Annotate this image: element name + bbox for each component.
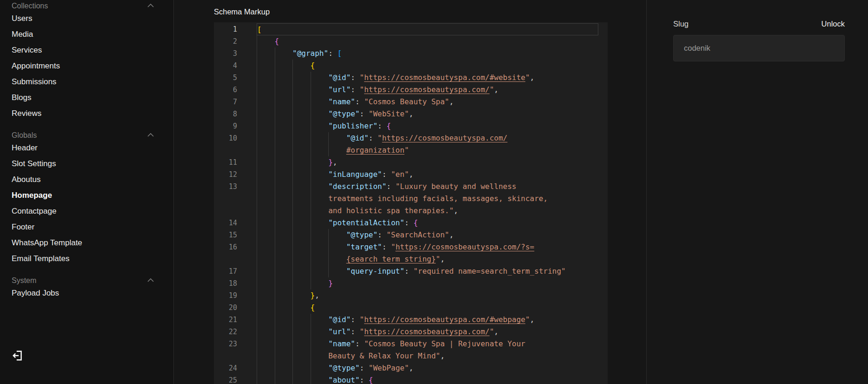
sidebar-group-label: Collections [12,2,48,10]
code-line: "name": "Cosmos Beauty Spa", [257,96,598,108]
code-row: 17"query-input": "required name=search_t… [214,265,608,277]
line-number: 6 [214,84,257,96]
sidebar-item-media[interactable]: Media [12,27,173,42]
line-number: 14 [214,217,257,229]
sidebar-item-payload-jobs[interactable]: Payload Jobs [12,285,173,301]
line-number: 4 [214,60,257,72]
sidebar-item-reviews[interactable]: Reviews [12,106,173,121]
code-line: "potentialAction": { [257,217,598,229]
code-line: "inLanguage": "en", [257,168,598,181]
sidebar-item-blogs[interactable]: Blogs [12,90,173,106]
line-number: 22 [214,326,257,338]
line-number: 15 [214,229,257,241]
code-line: }, [257,156,598,168]
sidebar-item-slot-settings[interactable]: Slot Settings [12,156,173,172]
line-number: 11 [214,156,257,168]
code-row: Beauty & Relax Your Mind", [214,350,608,362]
code-line: "about": { [257,374,598,384]
code-line: "@type": "WebSite", [257,108,598,120]
code-line: [ [257,23,598,35]
line-number: 8 [214,108,257,120]
code-line: "name": "Cosmos Beauty Spa | Rejuvenate … [257,338,598,350]
line-number: 2 [214,35,257,47]
code-line: "query-input": "required name=search_ter… [257,265,598,277]
field-label-schema-markup: Schema Markup [214,7,270,16]
line-number: 13 [214,181,257,193]
logout-button[interactable] [12,350,24,362]
line-number: 7 [214,96,257,108]
code-row: #organization" [214,144,608,156]
code-row: 24"@type": "WebPage", [214,362,608,374]
sidebar-group-header-globals[interactable]: Globals [12,131,162,140]
code-line: and holistic spa therapies.", [257,205,598,217]
code-row: 16"target": "https://cosmosbeautyspa.com… [214,241,608,253]
sidebar-item-email-templates[interactable]: Email Templates [12,251,173,267]
line-number [214,193,257,205]
line-number: 19 [214,290,257,302]
sidebar-group-label: System [12,276,36,285]
sidebar-item-aboutus[interactable]: Aboutus [12,172,173,188]
code-line: "@graph": [ [257,47,598,60]
code-row: 9"publisher": { [214,120,608,132]
code-line: "target": "https://cosmosbeautyspa.com/?… [257,241,598,253]
code-row: 25"about": { [214,374,608,384]
sidebar-item-whatsapp-template[interactable]: WhatsApp Template [12,235,173,251]
code-line: "@type": "WebPage", [257,362,598,374]
sidebar-group-label: Globals [12,131,37,140]
line-number: 23 [214,338,257,350]
code-row: 11}, [214,156,608,168]
sidebar-group-globals: GlobalsHeaderSlot SettingsAboutusHomepag… [12,131,173,267]
sidebar-item-footer[interactable]: Footer [12,219,173,235]
code-line: "url": "https://cosmosbeautyspa.com/", [257,326,598,338]
code-line: "publisher": { [257,120,598,132]
sidebar-group-collections: CollectionsUsersMediaServicesAppointment… [12,1,173,121]
sidebar-item-users[interactable]: Users [12,11,173,27]
sidebar: CollectionsUsersMediaServicesAppointment… [0,0,174,384]
sidebar-item-contactpage[interactable]: Contactpage [12,203,173,219]
line-number: 24 [214,362,257,374]
chevron-up-icon [146,2,155,9]
line-number: 25 [214,374,257,384]
code-row: 1[ [214,23,608,35]
code-row: 2{ [214,35,608,47]
code-row: 8"@type": "WebSite", [214,108,608,120]
code-line: "@id": "https://cosmosbeautyspa.com/ [257,132,598,144]
logout-icon [12,350,24,362]
sidebar-group-header-system[interactable]: System [12,276,162,285]
code-row: 14"potentialAction": { [214,217,608,229]
line-number: 18 [214,277,257,290]
slug-field-header: Slug Unlock [673,20,845,28]
line-number: 21 [214,314,257,326]
code-row: 22"url": "https://cosmosbeautyspa.com/", [214,326,608,338]
code-row: {search_term_string}", [214,253,608,265]
code-line: "@id": "https://cosmosbeautyspa.com/#web… [257,72,598,84]
line-number: 20 [214,302,257,314]
schema-markup-code-editor[interactable]: 1[2{3"@graph": [4{5"@id": "https://cosmo… [214,22,608,384]
sidebar-item-homepage[interactable]: Homepage [12,188,173,203]
code-line: } [257,277,598,290]
sidebar-item-submissions[interactable]: Submissions [12,74,173,90]
sidebar-item-appointments[interactable]: Appointments [12,58,173,74]
unlock-button[interactable]: Unlock [822,20,845,28]
line-number: 3 [214,47,257,60]
code-row: and holistic spa therapies.", [214,205,608,217]
line-number: 5 [214,72,257,84]
code-line: Beauty & Relax Your Mind", [257,350,598,362]
code-row: 6"url": "https://cosmosbeautyspa.com/", [214,84,608,96]
code-row: 18} [214,277,608,290]
code-line: {search_term_string}", [257,253,598,265]
sidebar-group-header-collections[interactable]: Collections [12,1,162,11]
code-row: 13"description": "Luxury beauty and well… [214,181,608,193]
code-row: 21"@id": "https://cosmosbeautyspa.com/#w… [214,314,608,326]
code-row: 23"name": "Cosmos Beauty Spa | Rejuvenat… [214,338,608,350]
line-number: 12 [214,168,257,181]
sidebar-group-system: SystemPayload Jobs [12,276,173,301]
slug-input[interactable] [673,35,845,61]
code-row: 5"@id": "https://cosmosbeautyspa.com/#we… [214,72,608,84]
code-line: treatments including facials, massages, … [257,193,598,205]
sidebar-item-services[interactable]: Services [12,42,173,58]
code-line: "@type": "SearchAction", [257,229,598,241]
code-line: #organization" [257,144,598,156]
slug-label: Slug [673,20,689,28]
sidebar-item-header[interactable]: Header [12,140,173,156]
